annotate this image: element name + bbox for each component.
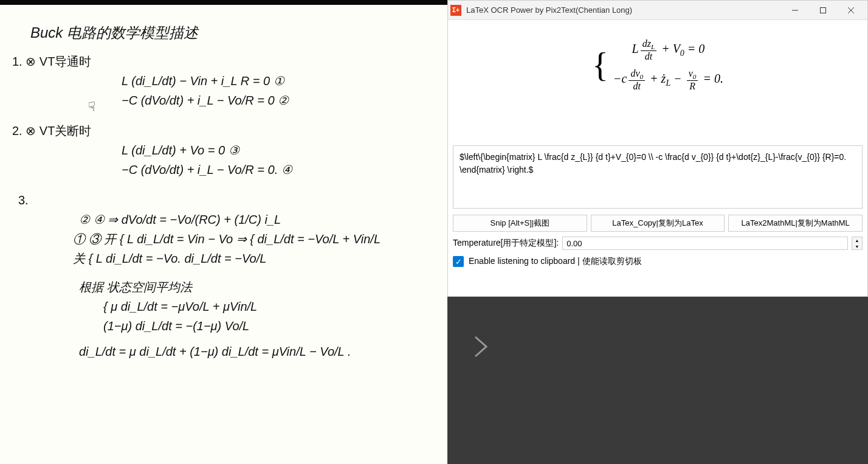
s3-line7: di_L/dt = μ di_L/dt + (1−μ) di_L/dt = μV… [79, 342, 441, 361]
s3-line1: ② ④ ⇒ dVo/dt = −Vo/(RC) + (1/C) i_L [79, 210, 441, 229]
temperature-input[interactable] [562, 237, 848, 250]
chevron-right-icon[interactable] [472, 333, 491, 365]
s1-eq2: −C (dVo/dt) + i_L − Vo/R = 0 ② [122, 91, 441, 110]
math-rows: LdzLdt + V0 = 0 −cdv0dt + żL − v0R = 0. [613, 38, 723, 92]
s2-eq2: −C (dVo/dt) + i_L − Vo/R = 0. ④ [122, 160, 441, 179]
handwritten-area: Buck 电路的数学模型描述 1. ⊗ VT导通时 L (di_L/dt) − … [0, 0, 447, 464]
minimize-button[interactable] [781, 1, 809, 20]
s3-line3: 关 { L di_L/dt = −Vo. di_L/dt = −Vo/L [73, 249, 441, 268]
notes-title: Buck 电路的数学模型描述 [30, 23, 441, 43]
spinner-up-icon[interactable]: ▲ [852, 237, 862, 243]
button-row: Snip [Alt+S]|截图 LaTex_Copy|复制为LaTex LaTe… [448, 212, 867, 234]
section3-label: 3. [18, 193, 29, 207]
math-row-2: −cdv0dt + żL − v0R = 0. [613, 68, 723, 92]
clipboard-checkbox[interactable]: ✓ [453, 256, 464, 267]
section2-label: 2. ⊗ VT关断时 [12, 124, 91, 137]
spinner-down-icon[interactable]: ▼ [852, 243, 862, 249]
s1-eq1: L (di_L/dt) − Vin + i_L R = 0 ① [122, 71, 441, 91]
section-2: 2. ⊗ VT关断时 L (di_L/dt) + Vo = 0 ③ −C (dV… [12, 121, 441, 179]
section-1: 1. ⊗ VT导通时 L (di_L/dt) − Vin + i_L R = 0… [12, 52, 441, 110]
maximize-button[interactable] [809, 1, 837, 20]
section-3: 3. ② ④ ⇒ dVo/dt = −Vo/(RC) + (1/C) i_L ①… [18, 190, 441, 361]
s3-line5: { μ di_L/dt = −μVo/L + μVin/L [103, 297, 441, 316]
math-block: { LdzLdt + V0 = 0 −cdv0dt + żL − v0R = 0… [592, 38, 723, 92]
temperature-spinner: ▲ ▼ [852, 237, 863, 250]
s3-line4: 根据 状态空间平均法 [79, 277, 441, 297]
checkbox-label: Enable listening to clipboard | 使能读取剪切板 [469, 256, 642, 267]
svg-rect-1 [821, 7, 826, 13]
titlebar: Σ+ LaTeX OCR Power by Pix2Text(Chentian … [448, 1, 867, 20]
right-side: Σ+ LaTeX OCR Power by Pix2Text(Chentian … [447, 0, 868, 464]
latex-copy-button[interactable]: LaTex_Copy|复制为LaTex [591, 215, 725, 232]
ocr-app-window: Σ+ LaTeX OCR Power by Pix2Text(Chentian … [447, 0, 868, 297]
temperature-row: Temperature[用于特定模型]: ▲ ▼ [448, 234, 867, 252]
section1-label: 1. ⊗ VT导通时 [12, 55, 91, 68]
window-controls [781, 1, 865, 20]
app-icon: Σ+ [450, 5, 461, 16]
checkbox-row: ✓ Enable listening to clipboard | 使能读取剪切… [448, 252, 867, 273]
math-row-1: LdzLdt + V0 = 0 [613, 38, 723, 62]
s2-eq1: L (di_L/dt) + Vo = 0 ③ [122, 140, 441, 160]
s3-line2: ① ③ 开 { L di_L/dt = Vin − Vo ⇒ { di_L/dt… [73, 229, 441, 249]
window-title: LaTeX OCR Power by Pix2Text(Chentian Lon… [466, 5, 781, 15]
bottom-dark-area [447, 297, 868, 464]
cursor-hand-icon: ☟ [88, 99, 95, 114]
latex-source-textarea[interactable]: $\left\{\begin{matrix} L \frac{d z_{L}} … [453, 145, 863, 209]
snip-button[interactable]: Snip [Alt+S]|截图 [453, 215, 587, 232]
s3-line6: (1−μ) di_L/dt = −(1−μ) Vo/L [103, 316, 441, 336]
mathml-button[interactable]: LaTex2MathML|复制为MathML [728, 215, 863, 232]
notes-panel: Buck 电路的数学模型描述 1. ⊗ VT导通时 L (di_L/dt) − … [0, 0, 447, 464]
left-brace-icon: { [592, 46, 608, 85]
temperature-label: Temperature[用于特定模型]: [453, 238, 559, 249]
math-preview-area: { LdzLdt + V0 = 0 −cdv0dt + żL − v0R = 0… [448, 20, 867, 142]
close-button[interactable] [837, 1, 865, 20]
